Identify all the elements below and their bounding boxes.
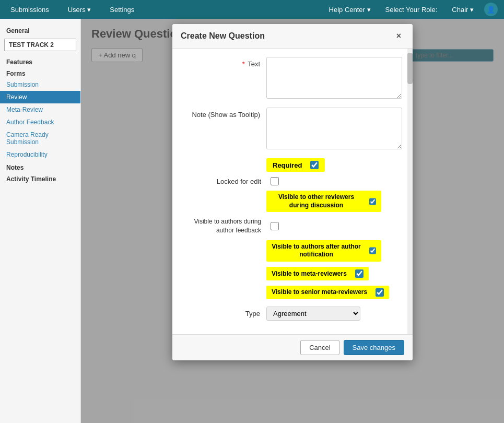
nav-chair-role[interactable]: Chair ▾: [448, 3, 478, 17]
visible-reviewers-label: Visible to other reviewers during discus…: [272, 193, 361, 209]
save-button[interactable]: Save changes: [344, 340, 404, 355]
sidebar-item-submission[interactable]: Submission: [0, 78, 80, 91]
text-textarea[interactable]: [266, 57, 402, 99]
visible-senior-meta-checkbox[interactable]: [376, 288, 384, 297]
text-field-row: * Text: [183, 57, 402, 100]
scrollbar-thumb[interactable]: [407, 53, 413, 84]
sidebar-section-notes: Notes: [0, 161, 80, 172]
modal-overlay: Create New Question × * Text: [81, 19, 504, 423]
type-select[interactable]: Agreement Text Radio Checkbox Select: [266, 307, 360, 321]
visible-authors-notification-label: Visible to authors after author notifica…: [272, 243, 361, 259]
visible-meta-reviewers-highlighted: Visible to meta-reviewers: [266, 267, 369, 280]
modal-title: Create New Question: [181, 31, 265, 41]
top-navigation: Submissions Users ▾ Settings Help Center…: [0, 0, 504, 19]
topnav-right: Help Center ▾ Select Your Role: Chair ▾ …: [325, 3, 498, 17]
note-textarea[interactable]: [266, 108, 402, 149]
cancel-button[interactable]: Cancel: [300, 340, 339, 355]
note-field-row: Note (Show as Tooltip): [183, 108, 402, 151]
required-checkbox[interactable]: [310, 161, 319, 169]
modal-header: Create New Question ×: [172, 24, 413, 49]
visible-reviewers-highlighted: Visible to other reviewers during discus…: [266, 191, 381, 212]
locked-label: Locked for edit: [183, 178, 266, 185]
visible-meta-reviewers-row: Visible to meta-reviewers: [183, 267, 402, 280]
visible-authors-notification-checkbox[interactable]: [369, 246, 376, 255]
sidebar-section-activity: Activity Timeline: [0, 172, 80, 184]
nav-help-center[interactable]: Help Center ▾: [325, 3, 375, 17]
type-row: Type Agreement Text Radio Checkbox Selec…: [183, 307, 402, 321]
sidebar-item-author-feedback[interactable]: Author Feedback: [0, 116, 80, 128]
chair-dropdown-icon: ▾: [470, 6, 474, 14]
sidebar-section-general: General: [0, 24, 80, 36]
main-layout: General TEST TRACK 2 ← Features Forms Su…: [0, 19, 504, 423]
visible-reviewers-row: Visible to other reviewers during discus…: [183, 191, 402, 212]
sidebar-item-meta-review[interactable]: Meta-Review: [0, 103, 80, 116]
nav-submissions[interactable]: Submissions: [6, 3, 53, 17]
required-label: Required: [273, 161, 302, 169]
required-row: Required: [183, 158, 402, 172]
sidebar-section-features: Features: [0, 55, 80, 67]
nav-user-avatar[interactable]: 👤: [484, 3, 498, 16]
visible-authors-notification-row: Visible to authors after author notifica…: [183, 240, 402, 262]
required-highlighted: Required: [266, 158, 325, 172]
nav-settings[interactable]: Settings: [106, 3, 138, 17]
visible-reviewers-checkbox[interactable]: [369, 197, 376, 206]
modal-footer: Cancel Save changes: [172, 334, 413, 360]
nav-role-label: Select Your Role:: [381, 3, 442, 17]
visible-authors-feedback-label: Visible to authors during author feedbac…: [183, 217, 266, 235]
modal-close-button[interactable]: ×: [393, 30, 404, 42]
modal-body[interactable]: * Text Note (Show as Tooltip): [172, 49, 413, 334]
sidebar-item-review[interactable]: Review: [0, 91, 80, 103]
visible-meta-reviewers-checkbox[interactable]: [355, 269, 364, 278]
visible-senior-meta-highlighted: Visible to senior meta-reviewers: [266, 286, 389, 299]
create-question-modal: Create New Question × * Text: [172, 24, 413, 360]
sidebar-section-forms: Forms: [0, 67, 80, 78]
text-field-wrap: [266, 57, 402, 100]
visible-authors-notification-highlighted: Visible to authors after author notifica…: [266, 240, 381, 262]
locked-checkbox[interactable]: [271, 177, 279, 185]
visible-senior-meta-label: Visible to senior meta-reviewers: [272, 288, 367, 297]
text-label: * Text: [183, 57, 266, 68]
visible-authors-feedback-row: Visible to authors during author feedbac…: [183, 217, 402, 235]
locked-row: Locked for edit: [183, 177, 402, 185]
sidebar-track-box[interactable]: TEST TRACK 2: [4, 39, 76, 51]
note-label: Note (Show as Tooltip): [183, 108, 266, 119]
nav-users[interactable]: Users ▾: [64, 3, 96, 17]
type-label: Type: [183, 310, 266, 318]
users-dropdown-icon: ▾: [87, 6, 91, 14]
visible-senior-meta-row: Visible to senior meta-reviewers: [183, 286, 402, 299]
visible-authors-feedback-checkbox[interactable]: [271, 222, 279, 230]
visible-meta-reviewers-label: Visible to meta-reviewers: [272, 270, 347, 277]
content-area: ↑ Review Questions + Add new q Create Ne…: [81, 19, 504, 423]
sidebar-item-reproducibility[interactable]: Reproducibility: [0, 148, 80, 161]
note-field-wrap: [266, 108, 402, 151]
scrollbar-track[interactable]: [407, 49, 413, 334]
required-star: *: [242, 60, 245, 68]
sidebar: General TEST TRACK 2 ← Features Forms Su…: [0, 19, 81, 423]
help-dropdown-icon: ▾: [367, 6, 371, 14]
sidebar-item-camera-ready[interactable]: Camera Ready Submission: [0, 128, 80, 148]
